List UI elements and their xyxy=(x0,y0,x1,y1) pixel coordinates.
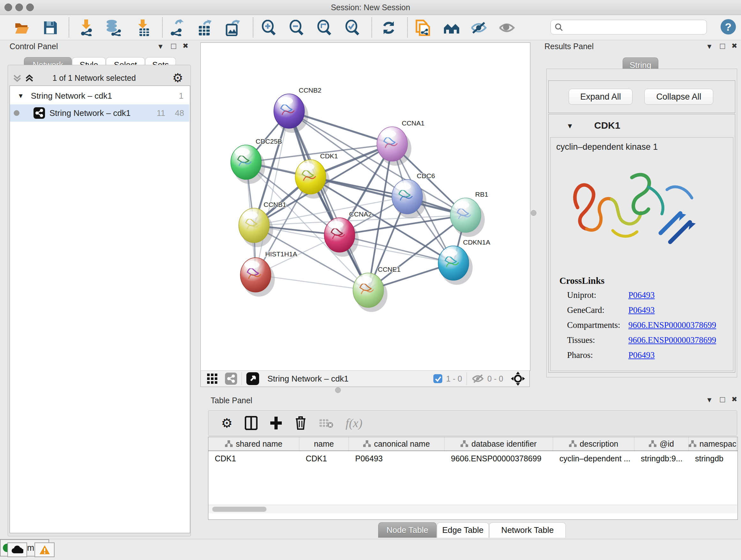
control-panel-float-icon[interactable]: □ xyxy=(171,41,176,51)
protein-node[interactable] xyxy=(274,94,305,128)
crosslink-value-link[interactable]: P06493 xyxy=(628,305,655,315)
results-panel-close-icon[interactable]: ✖ xyxy=(731,42,737,50)
status-bar: Memory xyxy=(0,539,741,560)
tab-edge-table[interactable]: Edge Table xyxy=(437,522,489,538)
tab-network-table[interactable]: Network Table xyxy=(489,522,566,538)
column-header-namespac[interactable]: namespac xyxy=(689,437,737,450)
crosslinks-title: CrossLinks xyxy=(559,275,604,286)
refresh-view-icon[interactable] xyxy=(381,19,397,36)
status-separator xyxy=(467,372,467,385)
help-button[interactable]: ? xyxy=(721,19,736,35)
table-panel-close-icon[interactable]: ✖ xyxy=(731,395,737,403)
zoom-selected-icon[interactable] xyxy=(344,19,361,36)
delete-column-icon[interactable] xyxy=(294,416,307,430)
node-label: HIST1H1A xyxy=(265,250,297,258)
crosslink-value-link[interactable]: 9606.ENSP00000378699 xyxy=(628,320,716,330)
network-selection-status: 1 of 1 Network selected xyxy=(42,73,147,83)
crosslink-value-link[interactable]: P06493 xyxy=(628,350,655,360)
open-session-icon[interactable] xyxy=(13,19,30,36)
table-cell[interactable]: CDK1 xyxy=(299,451,349,466)
network-collection-row[interactable]: ▼ String Network – cdk1 1 xyxy=(10,87,189,105)
protein-node[interactable] xyxy=(295,160,326,194)
protein-node[interactable] xyxy=(240,258,271,292)
expand-all-button[interactable]: Expand All xyxy=(569,89,632,105)
scrollbar-thumb[interactable] xyxy=(212,507,266,512)
zoom-out-icon[interactable] xyxy=(288,19,305,36)
results-panel-float-icon[interactable]: □ xyxy=(720,41,725,51)
delete-table-icon[interactable] xyxy=(319,417,333,429)
vertical-splitter-handle[interactable] xyxy=(531,210,536,216)
expand-all-networks-icon[interactable] xyxy=(24,73,35,83)
horizontal-splitter-handle[interactable] xyxy=(335,387,341,393)
column-header-description[interactable]: description xyxy=(553,437,634,450)
column-header-name[interactable]: name xyxy=(299,437,349,450)
protein-node[interactable] xyxy=(239,208,269,243)
zoom-in-icon[interactable] xyxy=(261,19,277,36)
results-panel-title: Results Panel xyxy=(544,42,594,51)
table-cell[interactable]: stringdb xyxy=(689,451,737,466)
control-panel-menu-icon[interactable]: ▼ xyxy=(157,43,164,51)
column-header-canonical-name[interactable]: canonical name xyxy=(349,437,445,450)
results-panel-menu-icon[interactable]: ▼ xyxy=(706,43,713,51)
crosslink-value-link[interactable]: P06493 xyxy=(628,290,655,300)
table-cell[interactable]: cyclin–dependent ... xyxy=(553,451,634,466)
edge[interactable] xyxy=(289,111,392,144)
grid-view-icon[interactable] xyxy=(206,373,218,384)
protein-node[interactable] xyxy=(377,127,408,161)
warning-button[interactable] xyxy=(35,543,55,557)
table-horizontal-scrollbar[interactable] xyxy=(208,505,737,513)
protein-node[interactable] xyxy=(353,273,384,307)
cloud-button[interactable] xyxy=(7,543,27,557)
column-header-shared-name[interactable]: shared name xyxy=(208,437,299,450)
pan-crosshair-icon[interactable] xyxy=(511,372,525,386)
import-database-icon[interactable] xyxy=(105,19,122,36)
search-input[interactable] xyxy=(565,22,706,32)
table-cell[interactable]: P06493 xyxy=(349,451,445,466)
collapse-all-networks-icon[interactable] xyxy=(12,73,22,83)
column-header--id[interactable]: @id xyxy=(634,437,689,450)
hidden-counter: 0 - 0 xyxy=(487,374,503,383)
hide-eye-icon[interactable] xyxy=(470,19,487,36)
protein-node[interactable] xyxy=(438,246,469,280)
export-image-icon[interactable] xyxy=(224,19,240,36)
table-panel-float-icon[interactable]: □ xyxy=(720,395,725,405)
table-cell[interactable]: CDK1 xyxy=(208,451,299,466)
protein-node[interactable] xyxy=(231,145,261,179)
string-view-icon[interactable] xyxy=(225,373,237,385)
tab-node-table[interactable]: Node Table xyxy=(378,522,436,538)
column-header-database-identifier[interactable]: database identifier xyxy=(445,437,553,450)
protein-node[interactable] xyxy=(324,218,355,252)
protein-node[interactable] xyxy=(450,198,481,233)
show-eye-icon[interactable] xyxy=(498,19,515,36)
hidden-eye-icon[interactable] xyxy=(471,374,484,384)
collection-expand-icon[interactable]: ▼ xyxy=(17,92,24,100)
control-panel-close-icon[interactable]: ✖ xyxy=(183,42,188,50)
table-cell[interactable]: stringdb:9... xyxy=(634,451,689,466)
export-network-icon[interactable] xyxy=(168,19,185,36)
birds-eye-view-icon[interactable] xyxy=(246,372,259,385)
import-network-icon[interactable] xyxy=(78,19,94,36)
protein-node[interactable] xyxy=(392,179,422,214)
save-session-icon[interactable] xyxy=(42,19,59,36)
export-table-icon[interactable] xyxy=(196,19,212,36)
table-cell[interactable]: 9606.ENSP00000378699 xyxy=(445,451,553,466)
function-builder-icon[interactable]: f(x) xyxy=(346,416,362,430)
collapse-all-button[interactable]: Collapse All xyxy=(644,89,713,105)
clone-network-icon[interactable] xyxy=(414,19,431,36)
edge[interactable] xyxy=(289,111,368,290)
show-columns-icon[interactable] xyxy=(245,416,258,430)
home-networks-icon[interactable] xyxy=(443,19,460,36)
crosslink-value-link[interactable]: 9606.ENSP00000378699 xyxy=(628,335,716,345)
gene-collapse-icon[interactable]: ▼ xyxy=(566,122,574,130)
search-box[interactable] xyxy=(550,20,707,35)
table-settings-gear-icon[interactable]: ⚙ xyxy=(221,416,232,430)
zoom-fit-icon[interactable] xyxy=(316,19,333,36)
table-row[interactable]: CDK1CDK1P064939606.ENSP00000378699cyclin… xyxy=(208,451,738,466)
network-options-gear-icon[interactable]: ⚙ xyxy=(172,71,183,85)
table-panel-menu-icon[interactable]: ▼ xyxy=(706,396,713,404)
network-canvas[interactable]: CCNB2CCNA1CDC25BCDK1CDC6RB1CCNB1CCNA2CDK… xyxy=(200,43,530,371)
import-table-icon[interactable] xyxy=(134,19,151,36)
selected-nodes-checkbox-icon[interactable] xyxy=(433,374,443,384)
add-column-icon[interactable] xyxy=(270,416,282,430)
network-row-selected[interactable]: String Network – cdk1 11 48 xyxy=(10,105,189,122)
